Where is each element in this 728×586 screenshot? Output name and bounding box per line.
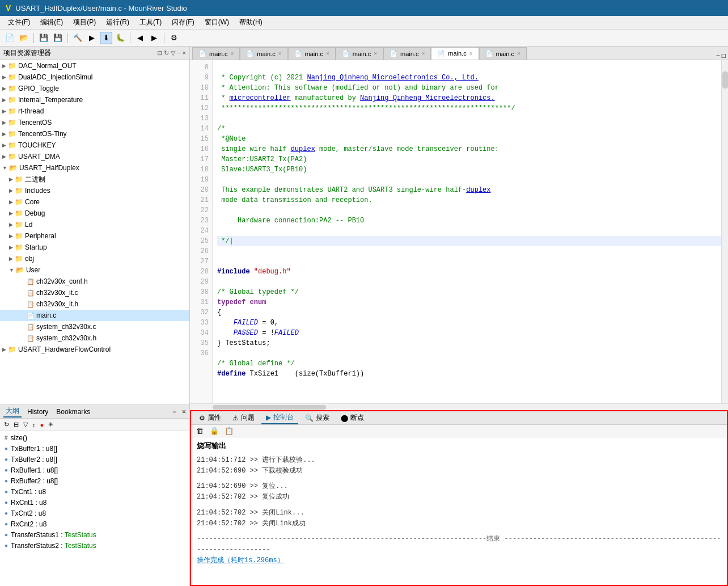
outline-tab-main[interactable]: 大纲 <box>3 406 22 418</box>
tree-item-usart-hwflow[interactable]: ▶ 📁 USART_HardwareFlowControl <box>0 344 189 355</box>
tree-item-obj[interactable]: ▶ 📁 obj <box>0 253 189 264</box>
tree-item-touchkey[interactable]: ▶ 📁 TOUCHKEY <box>0 140 189 151</box>
editor-tab-3[interactable]: 📄 main.c × <box>336 47 383 60</box>
editor-scrollbar-thumb[interactable] <box>722 71 728 88</box>
tree-item-system-c[interactable]: 📋 system_ch32v30x.c <box>0 321 189 332</box>
tree-icon-collapse[interactable]: ⊟ <box>157 49 162 57</box>
tree-item-startup[interactable]: ▶ 📁 Startup <box>0 242 189 253</box>
tree-item-conf-h[interactable]: 📋 ch32v30x_conf.h <box>0 276 189 287</box>
outline-tab-bookmarks[interactable]: Bookmarks <box>54 407 92 416</box>
tree-icon-sync[interactable]: ↻ <box>164 49 169 57</box>
outline-item-rxbuf2[interactable]: ● RxBuffer2 : u8[] <box>0 475 189 486</box>
outline-tool-asterisk[interactable]: ✳ <box>46 420 55 429</box>
tree-icon-close[interactable]: × <box>183 49 186 57</box>
editor-tab-4[interactable]: 📄 main.c × <box>383 47 431 60</box>
bottom-tab-search[interactable]: 🔍 搜索 <box>300 412 334 424</box>
editor-tab-close-1[interactable]: × <box>278 50 282 57</box>
outline-item-rxcnt2[interactable]: ● RxCnt2 : u8 <box>0 518 189 529</box>
outline-item-transfer2[interactable]: ● TransferStatus2 : TestStatus <box>0 540 189 551</box>
tree-item-tencent[interactable]: ▶ 📁 TencentOS <box>0 117 189 128</box>
editor-tab-close-3[interactable]: × <box>374 50 377 57</box>
bottom-tab-properties[interactable]: ⚙ 属性 <box>194 412 226 424</box>
menu-item-t[interactable]: 工具(T) <box>135 16 166 28</box>
tree-item-dac[interactable]: ▶ 📁 DAC_Normal_OUT <box>0 60 189 71</box>
editor-tab-close-2[interactable]: × <box>326 50 329 57</box>
tree-item-rtthread[interactable]: ▶ 📁 rt-thread <box>0 106 189 117</box>
outline-minimize[interactable]: − <box>172 408 176 416</box>
outline-item-transfer1[interactable]: ● TransferStatus1 : TestStatus <box>0 529 189 540</box>
tree-item-ld[interactable]: ▶ 📁 Ld <box>0 219 189 230</box>
toolbar-forward[interactable]: ▶ <box>148 32 160 44</box>
toolbar-new[interactable]: 📄 <box>3 32 16 44</box>
tree-item-user[interactable]: ▼ 📂 User <box>0 264 189 276</box>
tree-icon-filter[interactable]: ▽ <box>171 49 175 57</box>
bottom-tab-breakpoints[interactable]: ⬤ 断点 <box>336 412 369 424</box>
outline-tool-collapse[interactable]: ⊟ <box>12 420 20 429</box>
toolbar-run[interactable]: ▶ <box>86 32 98 44</box>
tree-item-it-c[interactable]: 📋 ch32v30x_it.c <box>0 287 189 298</box>
tree-item-usart-dma[interactable]: ▶ 📁 USART_DMA <box>0 151 189 162</box>
outline-item-txbuf2[interactable]: ● TxBuffer2 : u8[] <box>0 454 189 465</box>
editor-tab-close-0[interactable]: × <box>230 50 234 57</box>
toolbar-save[interactable]: 💾 <box>37 32 50 44</box>
menu-item-w[interactable]: 窗口(W) <box>200 16 234 28</box>
editor-tab-0[interactable]: 📄 main.c × <box>192 47 240 60</box>
menu-item-r[interactable]: 运行(R) <box>101 16 134 28</box>
editor-tab-close-4[interactable]: × <box>421 50 425 57</box>
tree-item-core[interactable]: ▶ 📁 Core <box>0 196 189 208</box>
toolbar-back[interactable]: ◀ <box>134 32 146 44</box>
outline-item-txcnt2[interactable]: ● TxCnt2 : u8 <box>0 508 189 518</box>
tree-item-main-c[interactable]: 📄 main.c <box>0 310 189 321</box>
menu-item-f[interactable]: 文件(F) <box>3 16 35 28</box>
tree-item-dualadc[interactable]: ▶ 📁 DualADC_InjectionSimul <box>0 71 189 83</box>
menu-item-f[interactable]: 闪存(F) <box>167 16 198 28</box>
editor-hscrollbar[interactable] <box>190 403 728 410</box>
outline-item-txbuf1[interactable]: ● TxBuffer1 : u8[] <box>0 443 189 454</box>
tree-item-system-h[interactable]: 📋 system_ch32v30x.h <box>0 332 189 344</box>
outline-item-txcnt1[interactable]: ● TxCnt1 : u8 <box>0 486 189 497</box>
code-content[interactable]: * Copyright (c) 2021 Nanjing Qinheng Mic… <box>213 60 728 403</box>
editor-tab-1[interactable]: 📄 main.c × <box>240 47 287 60</box>
outline-item-rxcnt1[interactable]: ● RxCnt1 : u8 <box>0 497 189 508</box>
tree-item-tencent-tiny[interactable]: ▶ 📁 TencentOS-Tiny <box>0 128 189 140</box>
toolbar-open[interactable]: 📂 <box>18 32 30 44</box>
bottom-tab-console[interactable]: ▶ 控制台 <box>261 411 298 424</box>
toolbar-settings[interactable]: ⚙ <box>168 32 180 44</box>
tree-item-gpio[interactable]: ▶ 📁 GPIO_Toggle <box>0 83 189 94</box>
bottom-tab-problems[interactable]: ⚠ 问题 <box>228 412 259 424</box>
editor-tab-close-5[interactable]: × <box>469 50 473 57</box>
console-clear[interactable]: 🗑 <box>193 425 206 437</box>
editor-tab-6[interactable]: 📄 main.c × <box>479 47 527 60</box>
tree-icon-minimize[interactable]: − <box>177 49 180 57</box>
editor-hscrollbar-thumb[interactable] <box>213 405 326 410</box>
outline-item-rxbuf1[interactable]: ● RxBuffer1 : u8[] <box>0 465 189 475</box>
outline-tool-filter[interactable]: ▽ <box>22 420 29 429</box>
menu-item-h[interactable]: 帮助(H) <box>235 16 267 28</box>
menu-item-p[interactable]: 项目(P) <box>69 16 100 28</box>
editor-scrollbar[interactable] <box>721 60 728 403</box>
tree-item-peripheral[interactable]: ▶ 📁 Peripheral <box>0 230 189 242</box>
toolbar-flash[interactable]: ⬇ <box>100 32 112 44</box>
console-copy[interactable]: 📋 <box>223 425 235 437</box>
tree-item-binary[interactable]: ▶ 📁 二进制 <box>0 174 189 185</box>
menu-item-e[interactable]: 编辑(E) <box>36 16 67 28</box>
outline-tab-history[interactable]: History <box>25 407 50 416</box>
console-scroll-lock[interactable]: 🔒 <box>208 425 221 437</box>
editor-tab-5[interactable]: 📄 main.c × <box>431 47 479 60</box>
outline-tool-sort[interactable]: ↕ <box>31 421 37 429</box>
editor-minimize-icon[interactable]: − <box>716 52 720 60</box>
editor-maximize-icon[interactable]: □ <box>722 52 726 60</box>
toolbar-save-all[interactable]: 💾 <box>52 32 64 44</box>
tree-item-internal-temp[interactable]: ▶ 📁 Internal_Temperature <box>0 94 189 106</box>
outline-close[interactable]: × <box>182 408 186 416</box>
tree-item-it-h[interactable]: 📋 ch32v30x_it.h <box>0 298 189 310</box>
tree-item-debug[interactable]: ▶ 📁 Debug <box>0 208 189 219</box>
outline-tool-dot[interactable]: ● <box>39 421 46 429</box>
editor-tab-2[interactable]: 📄 main.c × <box>288 47 336 60</box>
editor-tab-close-6[interactable]: × <box>517 50 520 57</box>
tree-item-usart-halfduplex[interactable]: ▼ 📂 USART_HalfDuplex <box>0 162 189 174</box>
toolbar-build[interactable]: 🔨 <box>71 32 84 44</box>
toolbar-debug[interactable]: 🐛 <box>114 32 126 44</box>
tree-item-includes[interactable]: ▶ 📁 Includes <box>0 185 189 196</box>
outline-item-size[interactable]: # size() <box>0 432 189 443</box>
